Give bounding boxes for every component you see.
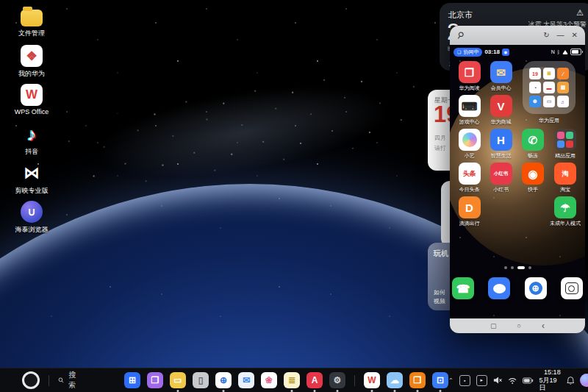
weather[interactable]: ☁ — [387, 372, 403, 388]
pin-icon[interactable]: ⚲ — [455, 29, 466, 42]
app-label: 海泰浏览器 — [15, 225, 49, 235]
kuaishou[interactable]: ◉ 快手 — [517, 163, 549, 196]
haitai-browser[interactable]: ∪ 海泰浏览器 — [6, 201, 57, 240]
app-icon: ☎ — [452, 277, 474, 299]
app-icon: ❒ — [459, 61, 481, 83]
member-center[interactable]: ✉ 会员中心 — [485, 61, 517, 95]
jianying-pro[interactable]: ⋈ 剪映专业版 — [6, 162, 57, 201]
app-icon: ✉ — [490, 61, 512, 83]
taskbar-apps-pinned: W ☁ ❐ ⊡ — [364, 372, 448, 388]
calendar-note: 请打 — [434, 144, 446, 152]
folder-mini-icon: ♬ — [557, 96, 569, 107]
notification-bell-icon[interactable] — [567, 376, 575, 385]
folder-mini-icon: ⊕ — [529, 96, 541, 107]
phone-window-titlebar[interactable]: ⚲ ↻ — ✕ — [450, 26, 585, 45]
app-label: 游戏中心 — [459, 118, 480, 126]
desktop: 文件管理 ❖ 我的华为 W WPS Office ♪ 抖音 ⋈ 剪映专业版 ∪ … — [0, 0, 588, 392]
home-button[interactable]: ○ — [517, 323, 521, 329]
app-glyph: H — [497, 135, 505, 146]
search-label: 搜索 — [68, 370, 79, 391]
settings[interactable]: ⚙ — [329, 372, 345, 388]
app-label: 华为应用 — [539, 117, 559, 124]
app-icon — [459, 129, 481, 151]
collaboration-badge[interactable]: ❏ 协同中 — [453, 48, 482, 57]
wps[interactable]: W — [364, 372, 380, 388]
browser-app[interactable]: ⊕ — [523, 277, 549, 299]
didi[interactable]: D 滴滴出行 — [453, 196, 485, 230]
app-label: 智慧生活 — [491, 152, 512, 160]
app-launcher[interactable]: ⊞ — [124, 372, 140, 388]
smart-life[interactable]: H 智慧生活 — [485, 129, 517, 163]
volume-muted-icon[interactable] — [493, 376, 502, 385]
battery-icon[interactable] — [523, 377, 533, 384]
celia-assistant-avatar[interactable] — [580, 374, 588, 387]
phone-clock: 03:18 — [484, 49, 499, 55]
page-indicator — [450, 266, 585, 269]
input-method-icon[interactable]: ▪ — [459, 375, 470, 386]
minor-mode[interactable]: ☂ 未成年人模式 — [550, 196, 581, 230]
recents-button[interactable]: ▢ — [490, 323, 497, 329]
page-dot — [528, 266, 531, 269]
files[interactable]: ▭ — [170, 372, 186, 388]
huawei-reading[interactable]: ❒ 华为阅读 — [453, 61, 485, 95]
huawei-apps-folder[interactable]: 19≣⁄◔▬▤⊕▭♬ 华为应用 — [517, 61, 581, 129]
browser[interactable]: ⊕ — [215, 372, 232, 388]
messages-app[interactable] — [486, 277, 512, 299]
xiaohongshu[interactable]: 小红书 小红书 — [485, 163, 517, 196]
taobao[interactable]: 淘 淘宝 — [550, 163, 581, 196]
huawei-store[interactable]: V 华为商城 — [485, 95, 517, 129]
meetime[interactable]: ✆ 畅连 — [517, 129, 549, 163]
close-button[interactable]: ✕ — [572, 32, 578, 39]
appgallery[interactable]: A — [306, 372, 323, 388]
celia-xiaoyi[interactable]: 小艺 — [453, 129, 485, 163]
app-icon: V — [490, 95, 512, 117]
tips-line1: 如何 — [434, 288, 445, 296]
folder-mini-icon: ◔ — [529, 82, 541, 93]
desktop-manager[interactable]: ❐ — [147, 372, 163, 388]
toutiao[interactable]: 头条 今日头条 — [453, 163, 485, 196]
tips-line2: 视频 — [434, 297, 445, 305]
calendar-lunar: 四月 — [434, 134, 446, 142]
taskbar-apps: ⊞ ❐ ▭ ▯ ⊕ ✉ ❀ ≣ A ⚙ — [124, 372, 345, 388]
gallery[interactable]: ❀ — [261, 372, 277, 388]
my-huawei[interactable]: ❖ 我的华为 — [6, 45, 57, 84]
projection-icon[interactable]: ▸ — [476, 375, 487, 386]
camera-app[interactable] — [559, 277, 585, 299]
boutique-apps-folder[interactable]: 精品应用 — [550, 129, 581, 163]
app-glyph: ❒ — [465, 67, 474, 78]
file-manager[interactable]: 文件管理 — [6, 6, 57, 45]
game-center[interactable]: ⌨ 游戏中心 — [453, 95, 485, 129]
douyin[interactable]: ♪ 抖音 — [6, 123, 57, 162]
multi-task[interactable]: ❐ — [409, 372, 426, 388]
email[interactable]: ✉ — [238, 372, 254, 388]
pc-collaboration[interactable]: ⊡ — [432, 372, 448, 388]
app-label: 畅连 — [528, 152, 538, 160]
app-icon: ⌨ — [459, 95, 481, 117]
minimize-button[interactable]: — — [557, 32, 564, 39]
app-icon: ∪ — [21, 201, 43, 223]
app-icon — [554, 129, 576, 151]
phone-app[interactable]: ☎ — [450, 277, 476, 299]
app-icon: 小红书 — [490, 163, 512, 185]
phone-status-bar: ❏ 协同中 03:18 ◉ N ᛒ — [453, 47, 581, 57]
app-label: 快手 — [528, 186, 538, 193]
start-button[interactable] — [22, 371, 40, 389]
rotate-icon[interactable]: ↻ — [543, 32, 549, 39]
app-icon: W — [364, 372, 380, 388]
app-icon — [488, 277, 510, 299]
tray-clock[interactable]: 15:18 5月19日 — [539, 368, 561, 392]
app-icon: ✆ — [522, 129, 544, 151]
desktop-icons: 文件管理 ❖ 我的华为 W WPS Office ♪ 抖音 ⋈ 剪映专业版 ∪ … — [6, 6, 57, 240]
wifi-icon — [562, 50, 568, 54]
notepad[interactable]: ≣ — [284, 372, 300, 388]
app-icon: 19≣⁄◔▬▤⊕▭♬ — [523, 61, 576, 114]
folder-mini-icon: ▬ — [543, 82, 555, 93]
wps-office[interactable]: W WPS Office — [6, 84, 57, 123]
back-button[interactable]: ‹ — [542, 321, 545, 330]
app-icon: ▭ — [170, 372, 186, 388]
app-glyph: ⌨ — [462, 101, 478, 112]
wifi-icon[interactable] — [508, 377, 517, 385]
taskbar-search[interactable]: 搜索 — [58, 370, 79, 391]
recycle-bin[interactable]: ▯ — [193, 372, 209, 388]
tray-expand-icon[interactable]: ⌃ — [448, 377, 453, 384]
